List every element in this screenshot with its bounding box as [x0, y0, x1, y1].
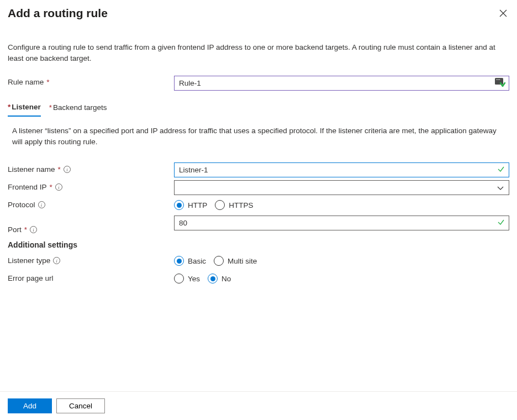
rule-name-input[interactable] [174, 76, 509, 91]
additional-settings-heading: Additional settings [8, 240, 509, 249]
port-input[interactable] [174, 216, 509, 230]
protocol-label: Protocol [8, 201, 35, 209]
error-page-yes-label: Yes [188, 275, 200, 283]
port-label: Port [8, 225, 22, 234]
info-icon[interactable]: i [64, 166, 71, 173]
protocol-https-radio[interactable]: HTTPS [215, 200, 253, 210]
rule-name-label: Rule name [8, 78, 44, 86]
frontend-ip-select[interactable] [174, 180, 509, 195]
tab-listener[interactable]: * Listener [8, 103, 41, 117]
error-page-label: Error page url [8, 274, 54, 282]
info-icon[interactable]: i [55, 183, 62, 191]
listener-type-basic-radio[interactable]: Basic [174, 256, 206, 266]
required-indicator: * [8, 103, 10, 111]
page-title: Add a routing rule [8, 7, 108, 20]
error-page-no-label: No [221, 275, 231, 283]
info-icon[interactable]: i [38, 201, 45, 208]
add-button[interactable]: Add [8, 398, 52, 413]
info-icon[interactable]: i [53, 257, 60, 264]
info-icon[interactable]: i [30, 226, 37, 233]
listener-type-label: Listener type [8, 256, 50, 265]
frontend-ip-label: Frontend IP [8, 183, 47, 191]
protocol-http-radio[interactable]: HTTP [174, 200, 207, 210]
error-page-no-radio[interactable]: No [208, 274, 231, 284]
required-indicator: * [49, 103, 52, 112]
tab-backend-targets-label: Backend targets [53, 103, 107, 112]
required-indicator: * [24, 225, 27, 234]
description-text: Configure a routing rule to send traffic… [8, 42, 509, 64]
required-indicator: * [46, 78, 49, 86]
close-button[interactable] [497, 7, 509, 21]
listener-name-label: Listener name [8, 165, 55, 174]
listener-type-multisite-label: Multi site [228, 257, 257, 265]
cancel-button[interactable]: Cancel [56, 398, 105, 413]
required-indicator: * [58, 165, 61, 174]
tab-backend-targets[interactable]: * Backend targets [49, 103, 107, 117]
close-icon [499, 9, 507, 17]
listener-type-multisite-radio[interactable]: Multi site [214, 256, 257, 266]
footer: Add Cancel [0, 391, 517, 420]
protocol-http-label: HTTP [188, 201, 207, 209]
listener-type-basic-label: Basic [188, 257, 206, 265]
tab-listener-label: Listener [12, 103, 41, 111]
tab-description: A listener “listens” on a specified port… [8, 125, 509, 147]
error-page-yes-radio[interactable]: Yes [174, 274, 200, 284]
required-indicator: * [50, 183, 52, 191]
protocol-https-label: HTTPS [229, 201, 253, 209]
tabs: * Listener * Backend targets [8, 103, 509, 117]
listener-name-input[interactable] [174, 162, 509, 177]
